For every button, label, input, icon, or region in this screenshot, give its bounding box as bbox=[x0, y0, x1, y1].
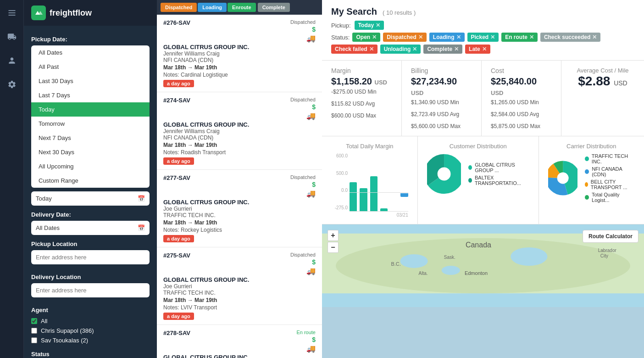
chip-unloading[interactable]: Unloading ✕ bbox=[380, 45, 421, 54]
svg-point-10 bbox=[557, 173, 568, 184]
carrier-legend-4: Total Quality Logist... bbox=[585, 192, 635, 203]
agent-all-checkbox[interactable] bbox=[31, 318, 37, 324]
nav-menu-icon[interactable] bbox=[5, 6, 19, 20]
chip-dispatched[interactable]: Dispatched ✕ bbox=[383, 33, 427, 42]
company-277: GLOBAL CITRUS GROUP INC. bbox=[163, 199, 316, 206]
date-option-last-30[interactable]: Last 30 Days bbox=[31, 74, 150, 88]
chip-enroute[interactable]: En route ✕ bbox=[501, 33, 538, 42]
chip-picked[interactable]: Picked ✕ bbox=[467, 33, 499, 42]
delivery-location-input[interactable] bbox=[31, 283, 150, 297]
carrier-dot-3 bbox=[585, 182, 588, 187]
avg-cost-label: Average Cost / Mile bbox=[571, 67, 635, 74]
agent-chris-checkbox[interactable] bbox=[31, 328, 37, 334]
delivery-date-input-wrap[interactable]: 📅 bbox=[31, 221, 150, 235]
status-chip-dispatched[interactable]: Dispatched bbox=[161, 3, 197, 12]
delivery-location-label: Delivery Location bbox=[31, 274, 150, 280]
carrier-legend-1: TRAFFIC TECH INC. bbox=[585, 153, 635, 164]
agent-sav-label: Sav Tsoukalas (2) bbox=[41, 337, 88, 344]
customer-pie-area: GLOBAL CITRUS GROUP ... BALTEX TRANSPORT… bbox=[427, 153, 529, 195]
x-axis-label: 03/21 bbox=[350, 213, 408, 218]
agent-274: Jennifer Williams Craig bbox=[163, 128, 316, 134]
pickup-date-input[interactable] bbox=[36, 195, 138, 202]
status-chip-complete[interactable]: Complete bbox=[258, 3, 290, 12]
carrier-legend-2: NFI CANADA (CDN) bbox=[585, 166, 635, 177]
legend-dot-1 bbox=[468, 165, 472, 170]
nav-truck-icon[interactable] bbox=[5, 29, 19, 44]
company-278: GLOBAL CITRUS GROUP INC. bbox=[163, 354, 316, 358]
pickup-date-input-wrap[interactable]: 📅 bbox=[31, 191, 150, 206]
agent-sav-row[interactable]: Sav Tsoukalas (2) bbox=[31, 336, 150, 345]
date-option-all-past[interactable]: All Past bbox=[31, 60, 150, 74]
status-text-275: Dispatched bbox=[290, 252, 316, 257]
delivery-calendar-icon[interactable]: 📅 bbox=[138, 224, 145, 231]
carrier-274: NFI CANADA (CDN) bbox=[163, 134, 316, 141]
date-option-all-dates[interactable]: All Dates bbox=[31, 45, 150, 60]
avg-cost-block: Average Cost / Mile $2.88 USD bbox=[561, 61, 644, 136]
pickup-location-label: Pickup Location bbox=[31, 241, 150, 247]
dollar-icon-278: $ bbox=[312, 336, 316, 343]
sidebar-header: freightflow bbox=[24, 0, 157, 26]
cost-value: $25,840.00 USD bbox=[491, 76, 552, 97]
nav-user-icon[interactable] bbox=[5, 53, 19, 68]
pickup-chip-close[interactable]: ✕ bbox=[376, 22, 380, 28]
search-title: My Search bbox=[331, 6, 377, 17]
calendar-icon[interactable]: 📅 bbox=[138, 195, 145, 202]
truck-icon-275: 🚚 bbox=[306, 267, 316, 275]
agent-sav-checkbox[interactable] bbox=[31, 337, 37, 343]
carrier-dot-2 bbox=[585, 169, 589, 174]
pickup-location-input[interactable] bbox=[31, 250, 150, 264]
carrier-dot-4 bbox=[585, 195, 589, 200]
date-dropdown[interactable]: All Dates All Past Last 30 Days Last 7 D… bbox=[31, 45, 150, 188]
chip-late[interactable]: Late ✕ bbox=[465, 45, 490, 54]
chip-complete[interactable]: Complete ✕ bbox=[423, 45, 462, 54]
chip-open[interactable]: Open ✕ bbox=[352, 33, 380, 42]
date-option-last-7[interactable]: Last 7 Days bbox=[31, 88, 150, 102]
route-274: Mar 18th → Mar 19th bbox=[163, 142, 316, 148]
zoom-in-button[interactable]: + bbox=[328, 230, 339, 241]
shipment-card-277[interactable]: #277-SAV Dispatched $ 🚚 GLOBAL CITRUS GR… bbox=[157, 170, 322, 247]
chip-check-failed[interactable]: Check failed ✕ bbox=[331, 45, 378, 54]
bar-neg-6 bbox=[400, 193, 408, 197]
date-option-custom[interactable]: Custom Range bbox=[31, 173, 150, 188]
customer-legend: GLOBAL CITRUS GROUP ... BALTEX TRANSPORT… bbox=[468, 162, 529, 186]
dollar-icon-277: $ bbox=[312, 181, 316, 188]
shipment-card-275[interactable]: #275-SAV Dispatched $ 🚚 GLOBAL CITRUS GR… bbox=[157, 247, 322, 325]
date-option-next-7[interactable]: Next 7 Days bbox=[31, 131, 150, 145]
agent-all-row[interactable]: All bbox=[31, 316, 150, 326]
zoom-out-button[interactable]: − bbox=[328, 242, 339, 253]
date-option-next-30[interactable]: Next 30 Days bbox=[31, 145, 150, 159]
logo-icon bbox=[31, 6, 46, 20]
route-calculator-button[interactable]: Route Calculator bbox=[583, 230, 638, 243]
status-chip-enroute[interactable]: Enroute bbox=[228, 3, 256, 12]
shipment-card-274[interactable]: #274-SAV Dispatched $ 🚚 GLOBAL CITRUS GR… bbox=[157, 92, 322, 170]
chip-check-succeeded[interactable]: Check succeeded ✕ bbox=[540, 33, 600, 42]
status-section-label: Status bbox=[31, 351, 150, 358]
delivery-date-input[interactable] bbox=[36, 224, 138, 231]
margin-label: Margin bbox=[331, 67, 392, 74]
logo-text: freightflow bbox=[50, 8, 92, 18]
status-chip-loading[interactable]: Loading bbox=[198, 3, 227, 12]
bar-chart-container: 600.0 500.0 0.0 -275.0 bbox=[331, 153, 408, 218]
date-option-tomorrow[interactable]: Tomorrow bbox=[31, 117, 150, 131]
agent-chris-row[interactable]: Chris Supapol (386) bbox=[31, 326, 150, 336]
route-275: Mar 18th → Mar 19th bbox=[163, 297, 316, 303]
map-area: Canada B.C. Alta. Sask. Edmonton Labrado… bbox=[322, 224, 644, 358]
date-option-today[interactable]: Today bbox=[31, 102, 150, 117]
nav-settings-icon[interactable] bbox=[5, 77, 19, 92]
date-option-all-upcoming[interactable]: All Upcoming bbox=[31, 159, 150, 173]
shipment-card-276[interactable]: #276-SAV Dispatched $ 🚚 GLOBAL CITRUS GR… bbox=[157, 15, 322, 92]
dollar-icon-276: $ bbox=[312, 26, 316, 33]
chip-loading[interactable]: Loading ✕ bbox=[429, 33, 465, 42]
pickup-chip[interactable]: Today ✕ bbox=[355, 21, 384, 30]
cost-label: Cost bbox=[491, 67, 552, 74]
shipment-card-278[interactable]: #278-SAV En route $ 🚚 GLOBAL CITRUS GROU… bbox=[157, 325, 322, 358]
svg-point-16 bbox=[511, 247, 547, 266]
truck-icon-278: 🚚 bbox=[306, 344, 316, 353]
time-badge-276: a day ago bbox=[163, 80, 194, 87]
bar-chart-area: 03/21 bbox=[350, 153, 408, 218]
margin-stats: -$275.00 USD Min $115.82 USD Avg $600.00… bbox=[331, 89, 392, 119]
shipment-status-277: Dispatched $ 🚚 bbox=[290, 174, 316, 198]
map-controls[interactable]: + − bbox=[328, 230, 339, 253]
carrier-pie-area: TRAFFIC TECH INC. NFI CANADA (CDN) BELL … bbox=[548, 153, 635, 203]
customer-distribution-block: Customer Distribution GLOBAL CITRUS GROU… bbox=[418, 136, 539, 224]
